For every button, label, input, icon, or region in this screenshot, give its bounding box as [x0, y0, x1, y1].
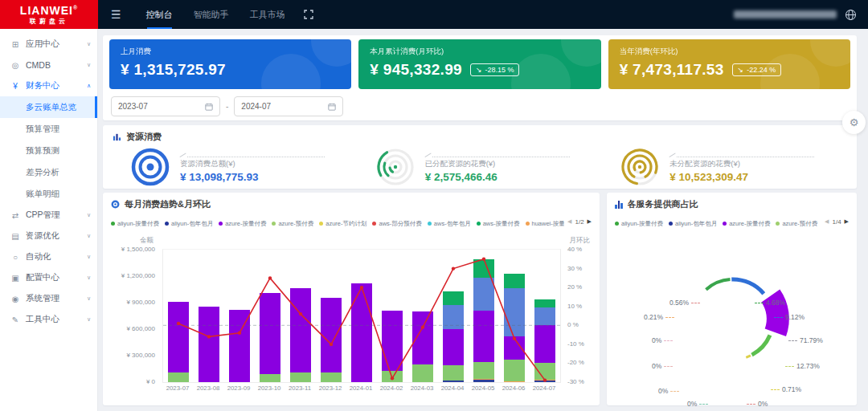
legend-page-indicator: 1/4 [832, 218, 841, 226]
brand-logo[interactable]: LIANWEI® 联蔚盘云 [0, 0, 98, 29]
finance-icon: ¥ [10, 82, 21, 91]
donut-label: 4.68% [755, 299, 785, 307]
donut-label: 12.73% [785, 362, 820, 370]
amount-axis-ticks: ¥ 1,500,000¥ 1,200,000¥ 900,000¥ 600,000… [111, 249, 159, 381]
kpi-label: 当年消费(年环比) [620, 47, 839, 57]
chevron-down-icon: ∨ [87, 41, 91, 47]
sidebar-item-label: 应用中心 [26, 39, 59, 50]
legend-item[interactable]: azure-预付费 [776, 220, 817, 228]
legend-next-icon[interactable]: ▶ [588, 218, 592, 225]
sidebar-item-CMDB[interactable]: ◎CMDB∨ [0, 55, 97, 75]
provider-donut-chart[interactable]: 0.56%4.68%0.21%9.12%0%71.79%0%12.73%0%0.… [607, 230, 857, 405]
stat-label: 已分配资源的花费(¥) [425, 159, 570, 169]
end-date-value: 2024-07 [241, 102, 271, 111]
resource-optimize-icon: ▤ [10, 232, 21, 241]
trend-down-icon: ↘ [738, 66, 744, 74]
legend-dot [219, 222, 223, 226]
resource-stats-row: 资源消费总额(¥) ¥ 13,098,775.93 已分配资源的花费(¥) ¥ … [113, 147, 847, 187]
kpi-value: ¥ 1,315,725.97 [121, 61, 226, 79]
header-right [734, 0, 868, 29]
stat-label: 未分配资源的花费(¥) [669, 159, 814, 169]
legend-item[interactable]: aliyun-包年包月 [669, 220, 717, 228]
end-date-picker[interactable]: 2024-07 [234, 96, 343, 116]
donut-label: 0% [652, 336, 673, 344]
legend-item[interactable]: azure-预付费 [272, 220, 313, 228]
donut-label: 0.56% [669, 299, 700, 307]
chevron-down-icon: ∨ [87, 275, 91, 281]
sidebar-item-资源优化[interactable]: ▤资源优化∨ [0, 226, 97, 246]
trend-legend: aliyun-按量付费aliyun-包年包月azure-按量付费azure-预付… [111, 214, 564, 229]
legend-prev-icon[interactable]: ◀ [825, 218, 829, 225]
legend-dot [477, 222, 481, 226]
dashboard-page: LIANWEI® 联蔚盘云 ☰ 控制台智能助手工具市场 ⊞应用中心∨◎CMDB∨… [0, 0, 868, 411]
legend-item[interactable]: aliyun-包年包月 [165, 220, 213, 228]
kpi-value: ¥ 945,332.99 [370, 61, 462, 79]
sidebar-item-应用中心[interactable]: ⊞应用中心∨ [0, 34, 97, 55]
user-account-area[interactable] [734, 10, 837, 18]
sidebar-item-CPP管理[interactable]: ⇄CPP管理∨ [0, 205, 97, 226]
legend-item[interactable]: azure-按量付费 [219, 220, 266, 228]
sidebar-item-label: 账单明细 [26, 189, 59, 200]
sidebar-item-多云账单总览[interactable]: 多云账单总览 [0, 96, 97, 118]
logo-subtitle: 联蔚盘云 [30, 18, 68, 25]
legend-item[interactable]: aliyun-按量付费 [111, 220, 159, 228]
fullscreen-icon[interactable] [304, 10, 313, 19]
legend-dot [526, 222, 530, 226]
sidebar-item-工具中心[interactable]: ✎工具中心∨ [0, 309, 97, 330]
monthly-trend-panel: 每月消费趋势&月环比 aliyun-按量付费aliyun-包年包月azure-按… [103, 193, 600, 405]
start-date-value: 2023-07 [118, 102, 148, 111]
calendar-icon [205, 103, 213, 111]
trend-down-icon: ↘ [476, 66, 482, 74]
sidebar-item-label: CPP管理 [26, 210, 60, 221]
sidebar-item-自动化[interactable]: ○自动化∨ [0, 246, 97, 267]
nav-item[interactable]: 工具市场 [240, 0, 296, 29]
sidebar-item-预算管理[interactable]: 预算管理 [0, 118, 97, 140]
legend-prev-icon[interactable]: ◀ [567, 218, 571, 225]
legend-page-indicator: 1/2 [575, 218, 583, 226]
globe-icon[interactable] [845, 9, 857, 21]
percent-axis-ticks: 40 %30 %20 %10 %0 %-10 %-20 %-30 % [563, 249, 599, 381]
legend-dot [615, 222, 619, 226]
legend-dot [428, 222, 432, 226]
settings-gear-button[interactable]: ⚙ [842, 111, 866, 134]
legend-next-icon[interactable]: ▶ [845, 218, 849, 225]
nav-item[interactable]: 智能助手 [183, 0, 240, 29]
sidebar-item-系统管理[interactable]: ◉系统管理∨ [0, 288, 97, 309]
sidebar-item-差异分析[interactable]: 差异分析 [0, 161, 97, 183]
system-manage-icon: ◉ [10, 295, 21, 303]
nav-item[interactable]: 控制台 [136, 0, 183, 29]
donut-label: 0.71% [771, 385, 801, 393]
trend-chart: 金额 月环比 ¥ 1,500,000¥ 1,200,000¥ 900,000¥ … [111, 236, 592, 397]
sidebar-item-账单明细[interactable]: 账单明细 [0, 183, 97, 205]
chevron-down-icon: ∨ [87, 254, 91, 260]
sidebar-item-预算预测[interactable]: 预算预测 [0, 140, 97, 161]
kpi-panel: 上月消费 ¥ 1,315,725.97 本月累计消费(月环比) ¥ 945,33… [103, 35, 857, 120]
trend-plot-area [162, 249, 561, 383]
sidebar-item-label: 差异分析 [26, 167, 59, 178]
donut-label: 0% [747, 400, 768, 408]
sidebar-item-财务中心[interactable]: ¥财务中心∧ [0, 75, 97, 96]
kpi-delta-badge: ↘-28.15 % [470, 63, 520, 76]
sidebar-item-label: 预算预测 [26, 145, 59, 157]
legend-item[interactable]: aws-包年包月 [428, 220, 471, 228]
provider-legend-pagination: ◀ 1/4 ▶ [825, 218, 849, 226]
legend-item[interactable]: aliyun-按量付费 [615, 220, 663, 228]
legend-item[interactable]: azure-按量付费 [723, 220, 770, 228]
sidebar-item-label: CMDB [26, 60, 51, 70]
legend-item[interactable]: azure-节约计划 [319, 220, 366, 228]
menu-collapse-icon[interactable]: ☰ [111, 8, 121, 21]
legend-item[interactable]: huawei-按量付费 [526, 220, 565, 228]
top-header: LIANWEI® 联蔚盘云 ☰ 控制台智能助手工具市场 [0, 0, 868, 29]
date-range-row: 2023-07 - 2024-07 [109, 96, 850, 116]
sidebar-item-配置中心[interactable]: ▣配置中心∨ [0, 267, 97, 288]
donut-label: 9.12% [774, 313, 805, 321]
resource-consumption-panel: 资源消费 资源消费总额(¥) ¥ 13,098,775.93 [103, 125, 857, 189]
provider-legend-row: aliyun-按量付费aliyun-包年包月azure-按量付费azure-预付… [615, 216, 849, 227]
legend-item[interactable]: aws-按量付费 [477, 220, 520, 228]
spiral-arcs-green-icon [375, 147, 416, 187]
chevron-down-icon: ∨ [87, 62, 91, 68]
start-date-picker[interactable]: 2023-07 [111, 96, 220, 116]
legend-dot [372, 222, 376, 226]
legend-item[interactable]: aws-部分预付费 [372, 220, 421, 228]
resource-stat-total: 资源消费总额(¥) ¥ 13,098,775.93 [113, 147, 358, 187]
